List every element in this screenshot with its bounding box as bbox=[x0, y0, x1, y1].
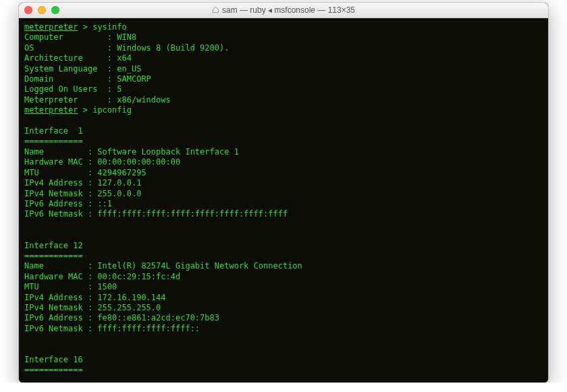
close-icon[interactable] bbox=[24, 6, 32, 14]
zoom-icon[interactable] bbox=[51, 6, 59, 14]
interface-12-sep: ============ bbox=[24, 251, 83, 260]
window-title: sam — ruby ◂ msfconsole — 113×35 bbox=[19, 5, 548, 16]
interface-1-mac: Hardware MAC : 00:00:00:00:00:00 bbox=[24, 157, 180, 167]
terminal-body[interactable]: meterpreter > sysinfo Computer : WIN8 OS… bbox=[19, 18, 548, 383]
sysinfo-computer: Computer : WIN8 bbox=[24, 32, 136, 42]
prompt: meterpreter bbox=[24, 105, 78, 115]
command-ipconfig: ipconfig bbox=[92, 105, 132, 115]
interface-1-name: Name : Software Loopback Interface 1 bbox=[24, 147, 239, 157]
title-text: sam — ruby ◂ msfconsole — 113×35 bbox=[222, 5, 355, 15]
terminal-window: sam — ruby ◂ msfconsole — 113×35 meterpr… bbox=[19, 3, 548, 383]
sysinfo-domain: Domain : SAMCORP bbox=[24, 74, 151, 84]
sysinfo-users: Logged On Users : 5 bbox=[24, 84, 122, 94]
interface-12-mac: Hardware MAC : 00:0c:29:15:fc:4d bbox=[24, 272, 180, 281]
interface-16-header: Interface 16 bbox=[24, 355, 83, 364]
interface-12-ipv6: IPv6 Address : fe80::e861:a2cd:ec70:7b83 bbox=[24, 313, 219, 323]
minimize-icon[interactable] bbox=[38, 6, 46, 14]
window-controls bbox=[24, 6, 59, 14]
interface-1-sep: ============ bbox=[24, 136, 83, 146]
sysinfo-meterpreter: Meterpreter : x86/windows bbox=[24, 95, 171, 105]
interface-12-header: Interface 12 bbox=[24, 241, 83, 250]
interface-16-sep: ============ bbox=[24, 365, 83, 374]
sysinfo-arch: Architecture : x64 bbox=[24, 53, 132, 63]
interface-1-header: Interface 1 bbox=[24, 126, 83, 136]
prompt-sep: > bbox=[78, 22, 92, 32]
prompt-sep: > bbox=[78, 105, 92, 115]
interface-1-ipv4m: IPv4 Netmask : 255.0.0.0 bbox=[24, 189, 141, 198]
home-icon bbox=[212, 6, 219, 16]
interface-12-ipv4m: IPv4 Netmask : 255.255.255.0 bbox=[24, 303, 161, 312]
titlebar: sam — ruby ◂ msfconsole — 113×35 bbox=[19, 3, 548, 18]
interface-12-name: Name : Intel(R) 82574L Gigabit Network C… bbox=[24, 261, 302, 271]
interface-1-mtu: MTU : 4294967295 bbox=[24, 168, 146, 177]
interface-1-ipv4: IPv4 Address : 127.0.0.1 bbox=[24, 178, 141, 188]
prompt: meterpreter bbox=[24, 22, 78, 32]
interface-12-mtu: MTU : 1500 bbox=[24, 282, 117, 291]
interface-1-ipv6m: IPv6 Netmask : ffff:ffff:ffff:ffff:ffff:… bbox=[24, 209, 288, 219]
interface-12-ipv6m: IPv6 Netmask : ffff:ffff:ffff:ffff:: bbox=[24, 324, 200, 333]
interface-1-ipv6: IPv6 Address : ::1 bbox=[24, 199, 112, 208]
sysinfo-os: OS : Windows 8 (Build 9200). bbox=[24, 43, 229, 53]
sysinfo-lang: System Language : en_US bbox=[24, 64, 141, 74]
command-sysinfo: sysinfo bbox=[92, 22, 127, 32]
interface-12-ipv4: IPv4 Address : 172.16.190.144 bbox=[24, 293, 166, 302]
